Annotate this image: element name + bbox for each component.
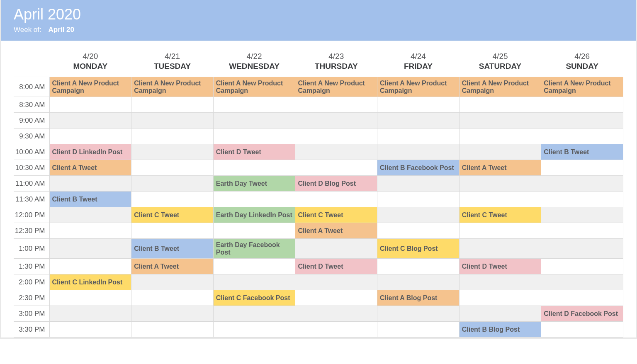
calendar-slot[interactable] [541,322,623,337]
calendar-slot[interactable] [459,239,541,259]
calendar-slot[interactable] [459,306,541,322]
calendar-slot[interactable] [49,176,131,192]
calendar-slot[interactable] [295,97,377,113]
calendar-slot[interactable] [213,274,295,290]
calendar-slot[interactable] [459,176,541,192]
calendar-slot[interactable] [541,192,623,207]
calendar-slot[interactable] [459,144,541,160]
calendar-slot[interactable] [377,129,460,144]
calendar-event[interactable]: Client A Blog Post [377,290,460,306]
calendar-event[interactable]: Client A New Product Campaign [49,77,131,97]
calendar-slot[interactable] [213,97,295,113]
calendar-event[interactable]: Client C Tweet [131,207,214,223]
calendar-slot[interactable] [541,160,623,176]
calendar-event[interactable]: Client B Tweet [541,144,623,160]
calendar-event[interactable]: Client D LinkedIn Post [49,144,131,160]
calendar-slot[interactable] [49,322,131,337]
calendar-slot[interactable] [541,239,623,259]
calendar-slot[interactable] [377,207,460,223]
calendar-slot[interactable] [131,113,214,129]
calendar-slot[interactable] [49,259,131,274]
calendar-slot[interactable] [295,274,377,290]
calendar-slot[interactable] [131,97,214,113]
calendar-slot[interactable] [131,160,214,176]
calendar-slot[interactable] [377,274,460,290]
calendar-slot[interactable] [377,223,460,239]
calendar-slot[interactable] [213,223,295,239]
calendar-slot[interactable] [541,207,623,223]
calendar-event[interactable]: Client B Tweet [49,192,131,207]
calendar-slot[interactable] [377,322,460,337]
calendar-slot[interactable] [377,113,460,129]
calendar-event[interactable]: Earth Day Facebook Post [213,239,295,259]
calendar-slot[interactable] [459,223,541,239]
calendar-slot[interactable] [49,239,131,259]
calendar-slot[interactable] [131,192,214,207]
calendar-slot[interactable] [459,113,541,129]
calendar-slot[interactable] [295,144,377,160]
calendar-event[interactable]: Client D Tweet [459,259,541,274]
calendar-slot[interactable] [377,306,460,322]
calendar-event[interactable]: Client C Blog Post [377,239,460,259]
calendar-event[interactable]: Client A New Product Campaign [295,77,377,97]
calendar-slot[interactable] [541,223,623,239]
calendar-slot[interactable] [377,259,460,274]
calendar-slot[interactable] [459,192,541,207]
calendar-event[interactable]: Client C Tweet [295,207,377,223]
calendar-event[interactable]: Earth Day LinkedIn Post [213,207,295,223]
calendar-slot[interactable] [213,129,295,144]
calendar-slot[interactable] [131,223,214,239]
calendar-event[interactable]: Client A New Product Campaign [213,77,295,97]
calendar-slot[interactable] [49,113,131,129]
calendar-slot[interactable] [459,274,541,290]
calendar-event[interactable]: Client B Tweet [131,239,214,259]
calendar-slot[interactable] [295,160,377,176]
calendar-event[interactable]: Client A Tweet [131,259,214,274]
calendar-slot[interactable] [377,176,460,192]
calendar-slot[interactable] [49,223,131,239]
calendar-slot[interactable] [49,290,131,306]
calendar-event[interactable]: Client B Blog Post [459,322,541,337]
calendar-slot[interactable] [49,306,131,322]
calendar-event[interactable]: Client C LinkedIn Post [49,274,131,290]
calendar-slot[interactable] [49,207,131,223]
calendar-event[interactable]: Client D Tweet [213,144,295,160]
calendar-slot[interactable] [295,306,377,322]
calendar-slot[interactable] [295,239,377,259]
calendar-slot[interactable] [541,290,623,306]
calendar-event[interactable]: Client A New Product Campaign [131,77,214,97]
calendar-slot[interactable] [131,176,214,192]
calendar-slot[interactable] [131,290,214,306]
calendar-slot[interactable] [459,97,541,113]
calendar-event[interactable]: Client C Facebook Post [213,290,295,306]
calendar-slot[interactable] [131,129,214,144]
calendar-event[interactable]: Client D Tweet [295,259,377,274]
calendar-slot[interactable] [295,322,377,337]
calendar-slot[interactable] [213,306,295,322]
calendar-slot[interactable] [49,129,131,144]
calendar-slot[interactable] [377,97,460,113]
calendar-slot[interactable] [377,144,460,160]
calendar-slot[interactable] [541,97,623,113]
calendar-event[interactable]: Client C Tweet [459,207,541,223]
calendar-slot[interactable] [131,306,214,322]
calendar-slot[interactable] [541,176,623,192]
calendar-event[interactable]: Earth Day Tweet [213,176,295,192]
calendar-event[interactable]: Client A Tweet [49,160,131,176]
calendar-slot[interactable] [49,97,131,113]
calendar-event[interactable]: Client B Facebook Post [377,160,460,176]
calendar-slot[interactable] [213,192,295,207]
calendar-slot[interactable] [295,113,377,129]
calendar-event[interactable]: Client A Tweet [459,160,541,176]
calendar-event[interactable]: Client A Tweet [295,223,377,239]
calendar-slot[interactable] [541,113,623,129]
calendar-slot[interactable] [213,113,295,129]
calendar-event[interactable]: Client D Blog Post [295,176,377,192]
calendar-event[interactable]: Client A New Product Campaign [459,77,541,97]
calendar-slot[interactable] [295,129,377,144]
calendar-event[interactable]: Client A New Product Campaign [377,77,460,97]
calendar-slot[interactable] [131,144,214,160]
calendar-slot[interactable] [131,322,214,337]
calendar-event[interactable]: Client D Facebook Post [541,306,623,322]
calendar-slot[interactable] [131,274,214,290]
